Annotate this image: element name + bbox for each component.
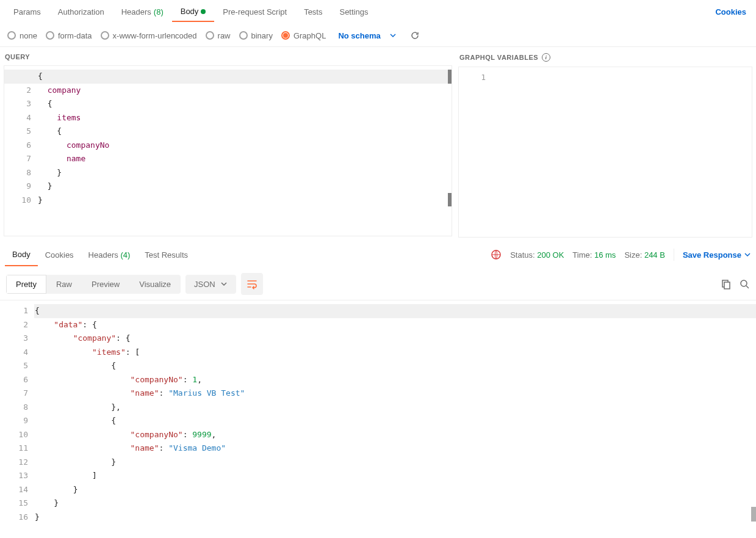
tab-tests[interactable]: Tests xyxy=(295,2,331,21)
line-number: 8 xyxy=(8,166,31,180)
bodytype-none[interactable]: none xyxy=(7,31,37,40)
line-number: 10 xyxy=(8,194,31,208)
bodytype-graphql-label: GraphQL xyxy=(293,31,326,40)
content-type-dropdown[interactable]: JSON xyxy=(185,275,236,294)
line-number: 11 xyxy=(4,442,28,456)
code-line: ] xyxy=(34,469,756,483)
query-pane: QUERY 1 2 3 4 5 6 7 8 9 10 { company { i xyxy=(4,47,452,238)
line-number: 9 xyxy=(4,414,28,428)
globe-icon[interactable] xyxy=(491,249,502,260)
tab-params[interactable]: Params xyxy=(5,2,49,21)
resp-headers-label: Headers xyxy=(88,250,118,260)
schema-dropdown[interactable]: No schema xyxy=(338,31,380,40)
line-number: 14 xyxy=(4,483,28,497)
code-line: } xyxy=(37,180,452,194)
bodytype-formdata[interactable]: form-data xyxy=(46,31,92,40)
tab-prerequest[interactable]: Pre-request Script xyxy=(214,2,295,21)
bodytype-urlencoded-label: x-www-form-urlencoded xyxy=(113,31,197,40)
view-visualize[interactable]: Visualize xyxy=(129,275,181,294)
code-line: "data": { xyxy=(34,318,756,332)
bodytype-urlencoded[interactable]: x-www-form-urlencoded xyxy=(101,31,197,40)
response-gutter: 1 2 3 4 5 6 7 8 9 10 11 12 13 14 15 16 xyxy=(0,300,34,528)
line-number: 13 xyxy=(4,469,28,483)
tab-body[interactable]: Body xyxy=(172,2,215,22)
code-line: { xyxy=(37,70,452,84)
bodytype-raw[interactable]: raw xyxy=(206,31,231,40)
search-icon[interactable] xyxy=(739,278,750,289)
save-response-button[interactable]: Save Response xyxy=(683,250,751,260)
radio-icon xyxy=(7,31,16,40)
view-raw[interactable]: Raw xyxy=(46,275,82,294)
tab-body-label: Body xyxy=(181,7,199,16)
variables-header: GRAPHQL VARIABLESi xyxy=(458,47,752,62)
resp-tab-headers[interactable]: Headers (4) xyxy=(81,244,138,266)
status-meta: Status: 200 OK xyxy=(510,250,564,260)
code-line: } xyxy=(34,456,756,470)
code-line: } xyxy=(37,194,452,208)
line-number: 7 xyxy=(8,152,31,166)
line-number: 6 xyxy=(8,139,31,153)
query-editor[interactable]: 1 2 3 4 5 6 7 8 9 10 { company { items {… xyxy=(4,65,452,236)
info-icon[interactable]: i xyxy=(542,53,550,62)
bodytype-graphql[interactable]: GraphQL xyxy=(281,31,326,40)
variables-gutter: 1 xyxy=(459,67,492,237)
bodytype-formdata-label: form-data xyxy=(58,31,92,40)
size-meta: Size: 244 B xyxy=(624,250,665,260)
code-line: name xyxy=(37,152,452,166)
cursor-indicator xyxy=(448,193,452,207)
copy-icon[interactable] xyxy=(721,278,732,289)
line-number: 5 xyxy=(8,125,31,139)
radio-icon xyxy=(281,31,290,40)
resp-tab-body[interactable]: Body xyxy=(5,244,38,266)
chevron-down-icon[interactable] xyxy=(389,32,397,39)
line-number: 5 xyxy=(4,359,28,373)
response-body-viewer[interactable]: 1 2 3 4 5 6 7 8 9 10 11 12 13 14 15 16 {… xyxy=(0,300,756,528)
resp-tab-results[interactable]: Test Results xyxy=(137,244,195,266)
resp-headers-count: (4) xyxy=(120,250,130,260)
code-line: } xyxy=(34,483,756,497)
bodytype-raw-label: raw xyxy=(218,31,231,40)
code-line: items xyxy=(37,111,452,125)
view-pretty[interactable]: Pretty xyxy=(6,275,46,294)
response-code[interactable]: { "data": { "company": { "items": [ { "c… xyxy=(34,300,756,528)
line-number: 4 xyxy=(4,346,28,360)
code-line: } xyxy=(37,166,452,180)
tab-headers[interactable]: Headers (8) xyxy=(113,2,172,21)
response-meta: Status: 200 OK Time: 16 ms Size: 244 B S… xyxy=(491,249,751,261)
radio-icon xyxy=(46,31,54,40)
tab-settings[interactable]: Settings xyxy=(331,2,376,21)
code-line: "companyNo": 1, xyxy=(34,373,756,387)
line-number: 16 xyxy=(4,511,28,525)
radio-icon xyxy=(101,31,109,40)
scrollbar-thumb[interactable] xyxy=(751,507,756,522)
cookies-link[interactable]: Cookies xyxy=(715,7,746,16)
request-tabs: Params Authorization Headers (8) Body Pr… xyxy=(0,0,756,24)
unsaved-dot-icon xyxy=(201,9,206,14)
line-number: 10 xyxy=(4,428,28,442)
line-number: 12 xyxy=(4,456,28,470)
line-number: 2 xyxy=(4,318,28,332)
refresh-icon[interactable] xyxy=(410,31,420,40)
wrap-lines-button[interactable] xyxy=(241,273,263,295)
bodytype-binary-label: binary xyxy=(251,31,273,40)
variables-pane: GRAPHQL VARIABLESi 1 xyxy=(458,47,752,238)
query-gutter: 1 2 3 4 5 6 7 8 9 10 xyxy=(4,66,37,236)
view-preview[interactable]: Preview xyxy=(82,275,129,294)
code-line: "items": [ xyxy=(34,346,756,360)
code-line: } xyxy=(34,511,756,525)
divider xyxy=(674,249,674,261)
resp-tab-cookies[interactable]: Cookies xyxy=(38,244,81,266)
bodytype-binary[interactable]: binary xyxy=(239,31,273,40)
variables-code[interactable] xyxy=(492,67,752,237)
line-number: 7 xyxy=(4,387,28,401)
tab-authorization[interactable]: Authorization xyxy=(49,2,113,21)
line-number: 1 xyxy=(4,304,28,318)
code-line: company xyxy=(37,84,452,98)
line-number: 8 xyxy=(4,401,28,415)
code-line: { xyxy=(37,125,452,139)
variables-editor[interactable]: 1 xyxy=(458,67,752,238)
code-line: { xyxy=(34,304,756,318)
query-code[interactable]: { company { items { companyNo name } } } xyxy=(37,66,452,236)
query-header: QUERY xyxy=(4,47,452,60)
editors-row: QUERY 1 2 3 4 5 6 7 8 9 10 { company { i xyxy=(0,46,756,238)
